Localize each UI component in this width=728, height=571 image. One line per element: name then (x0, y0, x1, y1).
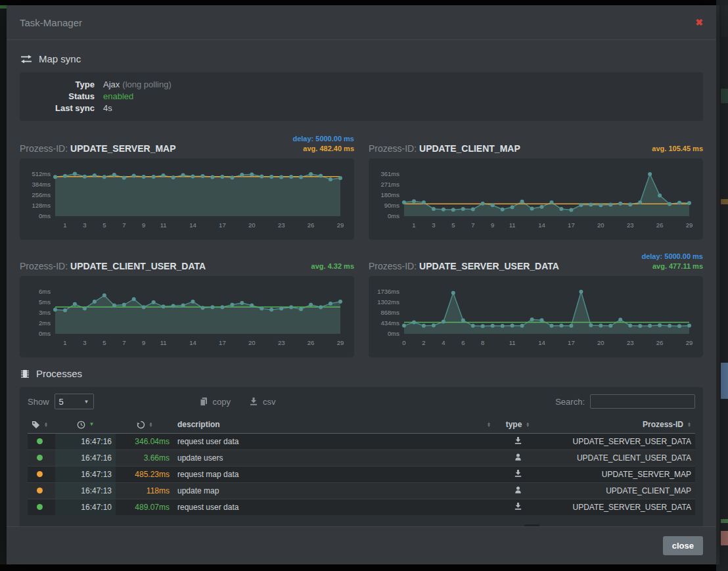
csv-button[interactable]: csv (249, 397, 276, 407)
modal-footer: close (7, 526, 716, 564)
screen: Task-Manager ✖ Map sync Type Ajax (long … (0, 0, 728, 571)
prozess-id-cell: UPDATE_CLIENT_MAP (541, 483, 695, 499)
modal-title: Task-Manager (20, 17, 82, 28)
map-sync-heading-label: Map sync (39, 53, 81, 64)
avg-value: avg. 105.45 ms (652, 144, 703, 154)
svg-text:256ms: 256ms (32, 191, 51, 198)
process-row[interactable]: 16:47:13118msupdate mapUPDATE_CLIENT_MAP (28, 483, 695, 499)
column-prozess-id[interactable]: Prozess-ID ▲▼ (541, 416, 695, 434)
sort-descending-icon: ▼ (89, 422, 95, 427)
svg-text:23: 23 (278, 221, 285, 229)
avg-value: avg. 4.32 ms (311, 262, 354, 271)
chart-update-server-user-data: Prozess-ID: UPDATE_SERVER_USER_DATA dela… (369, 248, 703, 357)
column-description[interactable]: description ▲▼ (173, 416, 495, 434)
status-dot (37, 455, 43, 461)
description-cell: request user data (173, 499, 495, 516)
type-cell (495, 434, 541, 450)
description-cell: update users (173, 450, 495, 467)
svg-text:3: 3 (83, 339, 86, 346)
chart-stats: delay: 5000.00 ms avg. 482.40 ms (292, 134, 354, 154)
prozess-id-cell: UPDATE_CLIENT_USER_DATA (541, 450, 695, 467)
sort-icon: ▲▼ (687, 422, 691, 427)
svg-text:17: 17 (219, 221, 226, 229)
column-time[interactable]: ▼ (55, 416, 116, 434)
delay-value: delay: 5000.00 ms (292, 134, 354, 144)
type-cell (495, 483, 541, 499)
svg-text:26: 26 (656, 221, 664, 229)
status-cell (28, 499, 55, 516)
info-value: 4s (103, 103, 112, 114)
svg-text:17: 17 (568, 221, 575, 229)
svg-text:0ms: 0ms (388, 330, 399, 337)
background-sliver (721, 519, 728, 523)
status-cell (28, 483, 55, 499)
modal-close-icon[interactable]: ✖ (695, 18, 703, 27)
server-download-icon (514, 436, 522, 445)
avg-value: avg. 482.40 ms (292, 144, 354, 154)
avg-value: avg. 477.11 ms (641, 262, 703, 271)
chart-title: Prozess-ID: UPDATE_SERVER_USER_DATA (369, 261, 559, 271)
status-value: enabled (103, 91, 133, 103)
svg-text:0: 0 (402, 339, 405, 346)
process-row[interactable]: 16:47:13485.23msrequest map dataUPDATE_S… (28, 467, 695, 483)
process-row[interactable]: 16:47:10489.07msrequest user dataUPDATE_… (28, 499, 695, 516)
search-input[interactable] (590, 394, 695, 409)
duration-cell: 3.66ms (116, 450, 173, 467)
column-type[interactable]: type ▲▼ (495, 416, 541, 434)
svg-text:1: 1 (63, 221, 66, 229)
svg-text:8: 8 (481, 339, 484, 346)
time-cell: 16:47:16 (55, 434, 116, 450)
sort-icon: ▲▼ (44, 422, 48, 427)
show-entries-value: 5 (59, 397, 64, 407)
background-sliver (721, 531, 728, 545)
duration-cell: 489.07ms (116, 499, 173, 516)
background-page-right-edge (716, 0, 728, 571)
status-cell (28, 467, 55, 483)
svg-text:20: 20 (248, 339, 256, 346)
svg-text:20: 20 (597, 221, 604, 229)
column-duration[interactable]: ▲▼ (116, 416, 173, 434)
chart-panel: 0ms90ms180ms271ms361ms135791114172023262… (369, 158, 703, 240)
chart-panel: 0ms2ms3ms5ms6ms1357911141720232629 (20, 276, 354, 357)
svg-text:26: 26 (307, 339, 315, 346)
chart-panel: 0ms128ms256ms384ms512ms13579111417202326… (20, 158, 354, 240)
chart-panel: 0ms434ms868ms1302ms1736ms024681114172023… (369, 276, 703, 357)
duration-cell: 485.23ms (116, 467, 173, 483)
description-cell: update map (173, 483, 495, 499)
chart-update-server-map: Prozess-ID: UPDATE_SERVER_MAP delay: 500… (20, 130, 354, 240)
chart-title: Prozess-ID: UPDATE_CLIENT_USER_DATA (20, 261, 206, 271)
copy-button[interactable]: copy (199, 397, 231, 407)
table-footer: Showing 1 to 5 of 150 entries ‹ Previous… (28, 521, 695, 526)
background-scrollbar (716, 5, 719, 564)
background-sliver (721, 363, 728, 399)
svg-text:14: 14 (538, 339, 545, 346)
time-cell: 16:47:10 (55, 499, 116, 516)
svg-text:3ms: 3ms (39, 309, 51, 316)
task-manager-modal: Task-Manager ✖ Map sync Type Ajax (long … (7, 5, 716, 564)
svg-text:4: 4 (442, 339, 445, 346)
process-row[interactable]: 16:47:16346.04msrequest user dataUPDATE_… (28, 434, 695, 450)
svg-text:9: 9 (491, 221, 494, 229)
chart-title: Prozess-ID: UPDATE_SERVER_MAP (20, 143, 176, 154)
processes-heading-label: Processes (36, 368, 82, 379)
modal-body: Map sync Type Ajax (long polling) Status… (7, 40, 716, 526)
svg-text:29: 29 (686, 339, 693, 346)
svg-text:0ms: 0ms (388, 212, 399, 219)
show-entries-select[interactable]: 5 ▼ (55, 394, 94, 409)
close-button[interactable]: close (663, 536, 703, 555)
chevron-down-icon: ▼ (84, 399, 89, 405)
processes-heading: Processes (20, 368, 703, 379)
status-dot (37, 438, 43, 444)
svg-text:23: 23 (627, 339, 634, 346)
modal-header: Task-Manager ✖ (7, 5, 716, 40)
description-cell: request map data (173, 467, 495, 483)
process-row[interactable]: 16:47:163.66msupdate usersUPDATE_CLIENT_… (28, 450, 695, 467)
column-status[interactable]: ▲▼ (28, 416, 55, 434)
prozess-id-cell: UPDATE_SERVER_MAP (541, 467, 695, 483)
svg-text:29: 29 (686, 221, 693, 229)
chart-canvas: 0ms90ms180ms271ms361ms135791114172023262… (374, 162, 698, 236)
type-cell (495, 467, 541, 483)
status-dot (37, 471, 43, 477)
svg-text:20: 20 (597, 339, 604, 346)
svg-text:1302ms: 1302ms (377, 298, 399, 306)
